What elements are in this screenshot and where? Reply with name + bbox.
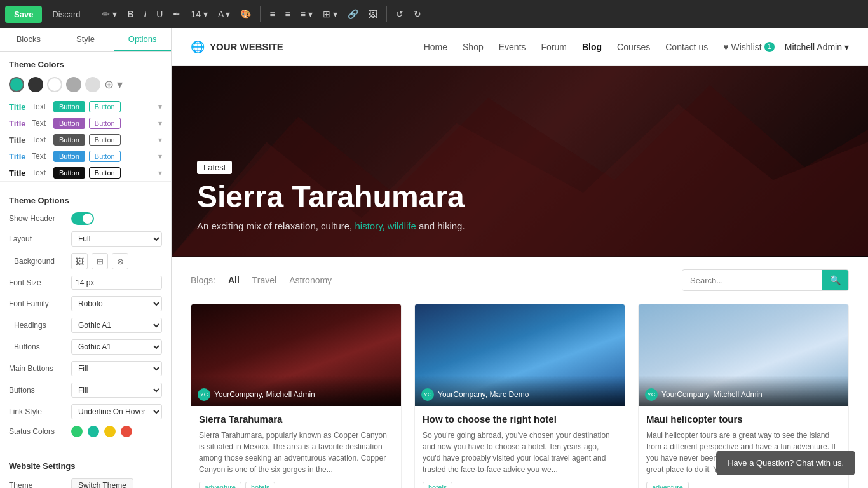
color-row-arrow-teal[interactable]: ▾ <box>158 102 162 111</box>
nav-right: ♥ Wishlist 1 Mitchell Admin ▾ <box>723 42 849 52</box>
card-tags: adventure <box>646 482 841 488</box>
font-size-input[interactable] <box>71 276 162 290</box>
card-tag[interactable]: adventure <box>646 482 689 488</box>
layout-row: Layout Full <box>0 228 171 250</box>
nav-shop[interactable]: Shop <box>463 42 484 52</box>
card-tag[interactable]: adventure <box>199 482 241 488</box>
filter-astronomy[interactable]: Astronomy <box>289 275 332 285</box>
main-buttons-select[interactable]: Fill <box>71 361 162 376</box>
swatch-dark[interactable] <box>28 77 43 92</box>
card-tag[interactable]: hotels <box>245 482 275 488</box>
card-title: Sierra Tarahumara <box>199 414 393 424</box>
color-btn1-purple[interactable]: Button <box>53 118 85 129</box>
color-btn2-black[interactable]: Button <box>89 167 121 179</box>
image-button[interactable]: 🖼 <box>365 6 381 22</box>
nav-forum[interactable]: Forum <box>541 42 567 52</box>
font-size-selector[interactable]: 14 ▾ <box>187 6 211 22</box>
bold-button[interactable]: B <box>123 6 137 22</box>
undo-button[interactable]: ↺ <box>392 6 407 22</box>
color-row-arrow-blue[interactable]: ▾ <box>158 152 162 161</box>
table-button[interactable]: ⊞ ▾ <box>319 6 341 22</box>
headings-select[interactable]: Gothic A1 <box>71 318 162 333</box>
italic-button[interactable]: I <box>140 6 150 22</box>
status-dot-teal[interactable] <box>88 426 99 437</box>
font-family-row: Font Family Roboto <box>0 293 171 315</box>
buttons2-row: Buttons Fill <box>0 379 171 401</box>
color-title-blue: Title <box>9 152 28 161</box>
color-btn2-teal[interactable]: Button <box>89 101 121 112</box>
status-dot-red[interactable] <box>121 426 132 437</box>
nav-contact[interactable]: Contact us <box>665 42 708 52</box>
user-name: Mitchell Admin <box>785 42 842 52</box>
color-row-arrow-dark[interactable]: ▾ <box>158 135 162 144</box>
nav-home[interactable]: Home <box>424 42 447 52</box>
color-title-dark: Title <box>9 135 28 145</box>
card-tag[interactable]: hotels <box>423 482 452 488</box>
filter-all[interactable]: All <box>228 275 240 285</box>
font-family-select[interactable]: Roboto <box>71 296 162 311</box>
buttons-select[interactable]: Gothic A1 <box>71 339 162 355</box>
user-menu-button[interactable]: Mitchell Admin ▾ <box>785 42 849 52</box>
card-description: Sierra Tarahumara, popularly known as Co… <box>199 430 393 475</box>
strikethrough-button[interactable]: ✒ <box>169 6 184 22</box>
tab-style[interactable]: Style <box>57 28 114 51</box>
color-row-arrow-black[interactable]: ▾ <box>158 168 162 177</box>
tab-options[interactable]: Options <box>114 28 171 51</box>
author-name: YourCompany, Marc Demo <box>438 390 529 399</box>
save-button[interactable]: Save <box>5 6 42 23</box>
card-image: YC YourCompany, Mitchell Admin <box>639 304 848 406</box>
redo-button[interactable]: ↻ <box>410 6 425 22</box>
wishlist-button[interactable]: ♥ Wishlist 1 <box>723 42 775 52</box>
swatch-teal[interactable] <box>9 77 24 92</box>
status-colors-label: Status Colors <box>9 427 66 436</box>
background-row: Background 🖼 ⊞ ⊗ <box>0 250 171 273</box>
font-color-button[interactable]: A ▾ <box>214 6 234 22</box>
color-row-purple: Title Text Button Button ▾ <box>0 115 171 132</box>
card-body: How to choose the right hotel So you're … <box>415 406 625 488</box>
color-btn2-purple[interactable]: Button <box>89 118 121 129</box>
color-btn1-dark[interactable]: Button <box>53 134 85 146</box>
show-header-toggle[interactable] <box>71 212 94 225</box>
status-dot-green[interactable] <box>71 426 83 437</box>
search-input[interactable] <box>682 271 822 290</box>
switch-theme-button[interactable]: Switch Theme <box>71 478 133 488</box>
filter-travel[interactable]: Travel <box>252 275 276 285</box>
ordered-list-button[interactable]: ≡ <box>281 6 294 22</box>
nav-courses[interactable]: Courses <box>617 42 650 52</box>
color-row-blue: Title Text Button Button ▾ <box>0 148 171 165</box>
status-dot-yellow[interactable] <box>104 426 116 437</box>
pencil-icon[interactable]: ✏ ▾ <box>98 6 121 22</box>
bg-remove-icon[interactable]: ⊗ <box>112 253 128 269</box>
swatch-white[interactable] <box>47 77 62 92</box>
color-picker-button[interactable]: 🎨 <box>236 6 255 22</box>
more-colors-icon[interactable]: ⊕ ▾ <box>104 78 123 92</box>
color-btn1-black[interactable]: Button <box>53 167 85 179</box>
discard-button[interactable]: Discard <box>44 6 88 23</box>
nav-blog[interactable]: Blog <box>582 42 602 52</box>
underline-button[interactable]: U <box>153 6 166 22</box>
layout-select[interactable]: Full <box>71 231 162 247</box>
color-row-arrow-purple[interactable]: ▾ <box>158 119 162 128</box>
bg-image-icon[interactable]: 🖼 <box>71 253 88 269</box>
color-row-black: Title Text Button Button ▾ <box>0 165 171 181</box>
headings-label: Headings <box>9 321 66 330</box>
toolbar-separator-2 <box>260 6 261 22</box>
color-btn1-blue[interactable]: Button <box>53 151 85 162</box>
color-btn2-dark[interactable]: Button <box>89 134 121 146</box>
tab-blocks[interactable]: Blocks <box>0 28 57 51</box>
align-button[interactable]: ≡ ▾ <box>297 6 316 22</box>
color-btn2-blue[interactable]: Button <box>89 151 121 162</box>
buttons2-select[interactable]: Fill <box>71 383 162 398</box>
blogs-label: Blogs: <box>191 275 215 285</box>
chat-widget[interactable]: Have a Question? Chat with us. <box>716 451 855 475</box>
link-style-select[interactable]: Underline On Hover <box>71 404 162 419</box>
nav-events[interactable]: Events <box>499 42 526 52</box>
show-header-row: Show Header <box>0 209 171 228</box>
color-btn1-teal[interactable]: Button <box>53 101 85 112</box>
search-button[interactable]: 🔍 <box>822 270 848 290</box>
bg-grid-icon[interactable]: ⊞ <box>92 253 108 269</box>
swatch-light[interactable] <box>85 77 100 92</box>
unordered-list-button[interactable]: ≡ <box>266 6 278 22</box>
link-button[interactable]: 🔗 <box>344 6 362 22</box>
swatch-gray[interactable] <box>66 77 81 92</box>
